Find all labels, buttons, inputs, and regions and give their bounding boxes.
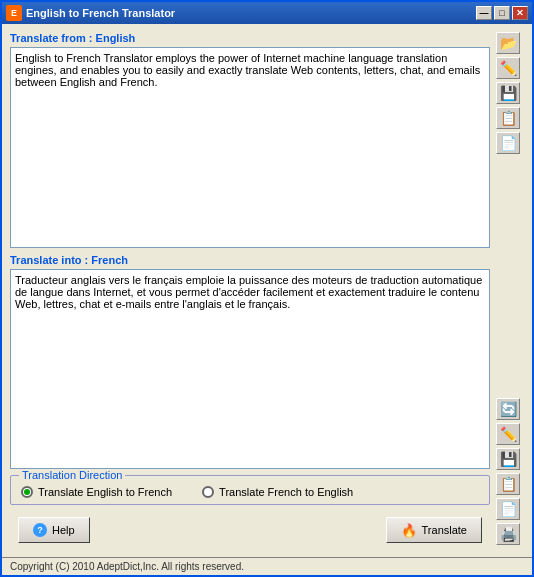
- main-window: E English to French Translator — □ ✕ Tra…: [0, 0, 534, 577]
- target-section: Translate into : French: [10, 254, 490, 470]
- main-area: Translate from : English Translate into …: [10, 32, 490, 549]
- close-button[interactable]: ✕: [512, 6, 528, 20]
- save-icon-top: 💾: [500, 85, 517, 101]
- target-textarea[interactable]: [11, 270, 489, 469]
- help-button[interactable]: ? Help: [18, 517, 90, 543]
- direction-section: Translation Direction Translate English …: [10, 475, 490, 505]
- title-controls: — □ ✕: [476, 6, 528, 20]
- option-french-to-english[interactable]: Translate French to English: [202, 486, 353, 498]
- option2-label: Translate French to English: [219, 486, 353, 498]
- source-textarea[interactable]: [11, 48, 489, 247]
- title-bar: E English to French Translator — □ ✕: [2, 2, 532, 24]
- copy-button-bottom[interactable]: 📋: [496, 473, 520, 495]
- copyright-text: Copyright (C) 2010 AdeptDict,Inc. All ri…: [10, 561, 244, 572]
- copy-button-top[interactable]: 📋: [496, 107, 520, 129]
- right-toolbar: 📂 ✏️ 💾 📋 📄 🔄: [496, 32, 524, 549]
- help-label: Help: [52, 524, 75, 536]
- bottom-bar: ? Help 🔥 Translate: [10, 517, 490, 549]
- toolbar-spacer: [496, 161, 524, 395]
- folder-icon: 📂: [500, 35, 517, 51]
- option1-label: Translate English to French: [38, 486, 172, 498]
- status-bar: Copyright (C) 2010 AdeptDict,Inc. All ri…: [2, 557, 532, 575]
- paste-button-top[interactable]: 📄: [496, 132, 520, 154]
- source-label: Translate from : English: [10, 32, 490, 44]
- translate-label: Translate: [422, 524, 467, 536]
- edit-button-top[interactable]: ✏️: [496, 57, 520, 79]
- paste-icon-bottom: 📄: [500, 501, 517, 517]
- toolbar-top: 📂 ✏️ 💾 📋 📄: [496, 32, 524, 154]
- window-title: English to French Translator: [26, 7, 476, 19]
- print-button[interactable]: 🖨️: [496, 523, 520, 545]
- source-textarea-wrapper: [10, 47, 490, 248]
- print-icon: 🖨️: [500, 526, 517, 542]
- paste-button-bottom[interactable]: 📄: [496, 498, 520, 520]
- minimize-button[interactable]: —: [476, 6, 492, 20]
- edit-button-bottom[interactable]: ✏️: [496, 423, 520, 445]
- direction-options: Translate English to French Translate Fr…: [21, 482, 479, 498]
- save-button-bottom[interactable]: 💾: [496, 448, 520, 470]
- open-file-button[interactable]: 📂: [496, 32, 520, 54]
- radio-english-to-french[interactable]: [21, 486, 33, 498]
- pencil-icon-top: ✏️: [500, 60, 517, 76]
- pencil-icon-bottom: ✏️: [500, 426, 517, 442]
- maximize-button[interactable]: □: [494, 6, 510, 20]
- direction-legend: Translation Direction: [19, 469, 125, 481]
- refresh-icon: 🔄: [500, 401, 517, 417]
- app-icon: E: [6, 5, 22, 21]
- paste-icon-top: 📄: [500, 135, 517, 151]
- option-english-to-french[interactable]: Translate English to French: [21, 486, 172, 498]
- save-icon-bottom: 💾: [500, 451, 517, 467]
- radio-french-to-english[interactable]: [202, 486, 214, 498]
- content-area: Translate from : English Translate into …: [2, 24, 532, 557]
- copy-icon-top: 📋: [500, 110, 517, 126]
- target-label: Translate into : French: [10, 254, 490, 266]
- target-textarea-wrapper: [10, 269, 490, 470]
- fire-icon: 🔥: [401, 523, 417, 538]
- refresh-button[interactable]: 🔄: [496, 398, 520, 420]
- save-button-top[interactable]: 💾: [496, 82, 520, 104]
- copy-icon-bottom: 📋: [500, 476, 517, 492]
- translate-button[interactable]: 🔥 Translate: [386, 517, 482, 543]
- toolbar-bottom: 🔄 ✏️ 💾 📋 📄 🖨️: [496, 398, 524, 545]
- help-icon: ?: [33, 523, 47, 537]
- source-section: Translate from : English: [10, 32, 490, 248]
